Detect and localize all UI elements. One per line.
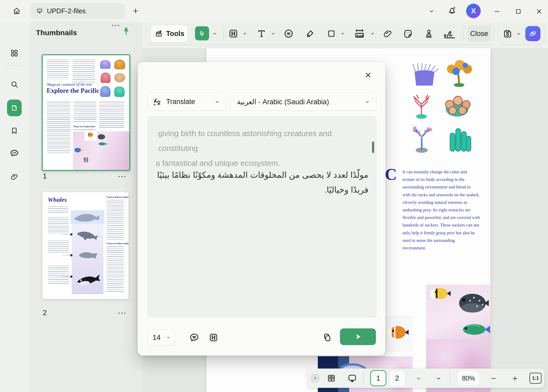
tools-label: Tools	[166, 30, 184, 38]
zoom-in-button[interactable]	[510, 374, 520, 383]
close-window-button[interactable]	[533, 6, 545, 17]
rail-attachments-button[interactable]	[9, 171, 20, 182]
tools-button[interactable]: Tools	[151, 25, 188, 42]
comment-tool-button[interactable]	[282, 27, 295, 40]
signature-button[interactable]	[441, 27, 458, 40]
rail-thumbnails-button-active[interactable]	[7, 100, 22, 116]
edit-text-icon	[228, 28, 239, 39]
left-rail	[0, 22, 29, 392]
close-icon	[535, 8, 543, 15]
document-tab[interactable]: UPDF-2-files	[30, 3, 125, 19]
text-lines-placeholder	[47, 59, 69, 79]
pin-button[interactable]	[120, 26, 132, 39]
highlighter-tool-button[interactable]	[303, 27, 316, 40]
coral-anemone-purple	[409, 61, 440, 87]
rail-search-button[interactable]	[9, 79, 20, 90]
chevron-down-icon	[516, 31, 522, 37]
attach-file-button[interactable]	[381, 27, 394, 40]
font-size-value: 14	[153, 333, 161, 342]
select-tool-button-active[interactable]	[195, 26, 209, 40]
page-2-button[interactable]: 2	[389, 370, 405, 386]
language-select-label: العربية - Arabic (Saudi Arabia)	[237, 98, 329, 106]
maximize-button[interactable]	[513, 6, 524, 17]
avatar[interactable]: X	[466, 4, 481, 18]
select-tool-chevron[interactable]	[211, 30, 218, 38]
font-size-select[interactable]: 14	[148, 329, 174, 346]
translate-send-button[interactable]	[340, 328, 376, 345]
shape-tool-chevron[interactable]	[339, 30, 347, 38]
thumb2-more-button[interactable]	[115, 309, 129, 316]
thumbnail-page-2[interactable]: Whales Food of baleen whales Food of to	[42, 192, 129, 299]
thumbnail-page-1[interactable]: Magical creatures of the sea. Explore th…	[42, 54, 130, 171]
edit-text-icon	[208, 332, 219, 343]
pin-icon	[121, 26, 131, 39]
zoom-out-button[interactable]	[489, 374, 498, 383]
stamp-button[interactable]	[422, 27, 435, 40]
chevron-right-icon	[313, 376, 318, 381]
presentation-button[interactable]	[346, 373, 358, 384]
minus-icon	[490, 375, 497, 382]
page-1-button[interactable]: 1	[370, 370, 386, 386]
coral-branch-blue-pink	[409, 122, 436, 153]
edit-text-chevron[interactable]	[241, 30, 249, 38]
ruler-icon	[353, 27, 366, 40]
minimize-icon	[493, 8, 501, 15]
shape-tool-button[interactable]	[325, 27, 338, 40]
minimize-button[interactable]	[491, 6, 503, 17]
sticker-button[interactable]	[401, 27, 415, 40]
presentation-icon	[347, 373, 357, 383]
comment-output-button[interactable]	[188, 331, 201, 344]
panel-scrollbar-thumb[interactable]	[372, 142, 374, 153]
chevron-down-icon	[370, 31, 375, 36]
plus-icon	[132, 7, 139, 15]
measure-tool-chevron[interactable]	[369, 30, 376, 38]
titlebar-chevron-button[interactable]	[426, 6, 437, 17]
coral-disc-tan	[442, 94, 473, 119]
zoom-level-label: 80%	[462, 375, 475, 382]
chevron-down-icon	[214, 99, 220, 105]
rail-grid-button[interactable]	[9, 47, 20, 59]
previous-page-button[interactable]	[414, 374, 423, 383]
text-tool-chevron[interactable]	[269, 30, 277, 38]
toolbar-divider	[223, 28, 224, 39]
plus-icon	[511, 375, 519, 382]
translation-text-panel[interactable]: giving birth to countless astonishing cr…	[148, 116, 376, 317]
rail-comments-button[interactable]	[9, 148, 20, 159]
source-text-line-1: giving birth to countless astonishing cr…	[156, 126, 364, 156]
zoom-level-box[interactable]: 80%	[457, 371, 480, 386]
chevron-down-icon	[242, 31, 248, 36]
next-page-button[interactable]	[434, 374, 443, 383]
save-chevron[interactable]	[515, 30, 523, 38]
edit-text-tool-button[interactable]	[227, 27, 240, 40]
thumb1-subtitle: Magical creatures of the sea.	[47, 82, 92, 87]
thumb2-page-number: 2	[43, 309, 47, 317]
home-button[interactable]	[9, 4, 24, 18]
page-layout-button[interactable]	[326, 373, 337, 384]
copy-button[interactable]	[321, 331, 334, 344]
coral-tube-teal	[447, 124, 473, 153]
dialog-close-button[interactable]	[362, 69, 374, 81]
mode-select[interactable]: Translate	[148, 93, 225, 111]
chevron-down-icon	[435, 375, 442, 382]
rail-bookmarks-button[interactable]	[9, 125, 20, 137]
actual-size-button[interactable]: 1:1	[529, 373, 541, 384]
thumb1-more-button[interactable]	[115, 172, 129, 180]
sticker-icon	[403, 28, 413, 39]
translate-icon	[153, 97, 162, 107]
notifications-button[interactable]	[445, 4, 459, 18]
save-button[interactable]	[501, 28, 514, 40]
timeline-dot	[70, 275, 72, 278]
language-select[interactable]: العربية - Arabic (Saudi Arabia)	[230, 93, 376, 111]
new-tab-button[interactable]	[130, 5, 141, 17]
cursor-icon	[198, 29, 206, 37]
text-lines-placeholder	[48, 206, 68, 213]
save-toolbar	[498, 23, 544, 44]
measure-tool-button[interactable]	[352, 27, 367, 41]
thumb1-page-number: 1	[43, 172, 47, 180]
save-floppy-icon	[502, 28, 513, 39]
close-mode-button[interactable]: Close	[468, 26, 491, 42]
ai-assistant-button[interactable]	[525, 26, 540, 41]
text-tool-button[interactable]	[255, 27, 268, 40]
collapse-bar-button[interactable]	[310, 373, 320, 383]
replace-text-button[interactable]	[207, 331, 220, 344]
